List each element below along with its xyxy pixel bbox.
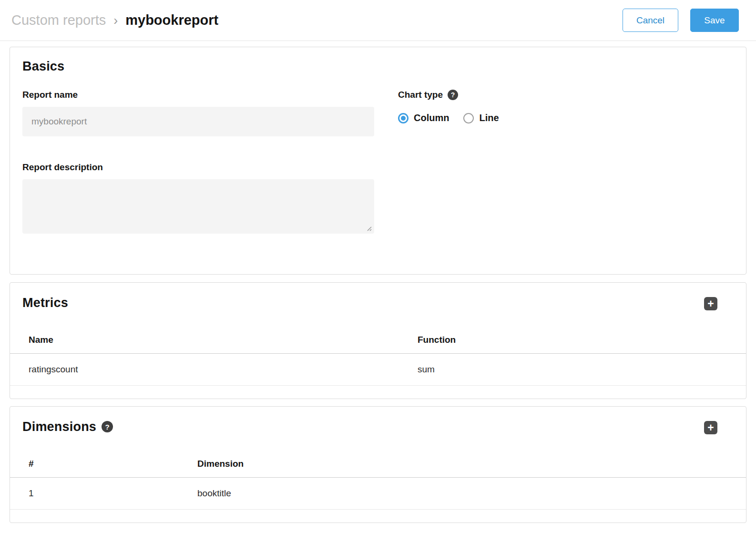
field-gap — [22, 136, 374, 162]
breadcrumb-parent-link[interactable]: Custom reports — [11, 12, 106, 28]
radio-column-label: Column — [414, 113, 449, 123]
basics-card: Basics Report name Report description Ch… — [10, 47, 746, 275]
metrics-title: Metrics — [22, 295, 68, 310]
radio-unselected-icon — [463, 113, 474, 123]
dimensions-col-dimension: Dimension — [197, 459, 746, 469]
chart-type-help-icon[interactable]: ? — [448, 90, 458, 100]
metrics-table-footer — [10, 386, 746, 399]
chart-type-option-column[interactable]: Column — [398, 113, 449, 123]
header-actions: Cancel Save — [623, 9, 746, 32]
radio-selected-icon — [398, 113, 409, 123]
chart-type-option-line[interactable]: Line — [463, 113, 499, 123]
dimensions-title-wrap: Dimensions ? — [22, 419, 113, 434]
table-row[interactable]: 1 booktitle — [10, 478, 746, 510]
dimension-name-cell: booktitle — [197, 488, 746, 499]
basics-body: Report name Report description Chart typ… — [22, 90, 734, 234]
dimension-index-cell: 1 — [29, 488, 197, 499]
report-name-input[interactable] — [22, 107, 374, 136]
metrics-table-header: Name Function — [10, 327, 746, 354]
save-button[interactable]: Save — [690, 9, 739, 32]
report-description-label: Report description — [22, 162, 374, 173]
metrics-title-wrap: Metrics — [22, 295, 68, 310]
metrics-col-name: Name — [29, 335, 418, 345]
header: Custom reports › mybookreport Cancel Sav… — [0, 0, 756, 41]
dimensions-table-header: # Dimension — [10, 451, 746, 478]
plus-icon: + — [707, 422, 714, 433]
basics-title: Basics — [22, 59, 734, 74]
dimensions-header: Dimensions ? + — [10, 407, 746, 434]
dimensions-help-icon[interactable]: ? — [102, 421, 113, 432]
chart-type-options: Column Line — [398, 113, 513, 123]
report-name-label: Report name — [22, 90, 374, 100]
metric-name-cell: ratingscount — [29, 364, 418, 375]
dimensions-card: Dimensions ? + # Dimension 1 booktitle — [10, 406, 746, 523]
table-row[interactable]: ratingscount sum — [10, 354, 746, 386]
metrics-table: Name Function ratingscount sum — [10, 327, 746, 399]
dimensions-table-footer — [10, 510, 746, 523]
resize-handle-icon[interactable] — [365, 224, 372, 231]
add-metric-button[interactable]: + — [704, 297, 717, 310]
basics-right-column: Chart type ? Column Line — [398, 90, 513, 234]
cancel-button[interactable]: Cancel — [623, 9, 678, 32]
report-description-textarea[interactable] — [22, 179, 374, 234]
breadcrumb-current: mybookreport — [125, 12, 218, 28]
chart-type-header: Chart type ? — [398, 90, 513, 100]
metrics-card: Metrics + Name Function ratingscount sum — [10, 282, 746, 399]
metric-function-cell: sum — [418, 364, 746, 375]
basics-left-column: Report name Report description — [22, 90, 374, 234]
dimensions-col-index: # — [29, 459, 197, 469]
chevron-right-icon: › — [113, 12, 118, 28]
chart-type-label: Chart type — [398, 90, 443, 100]
add-dimension-button[interactable]: + — [704, 421, 717, 434]
metrics-header: Metrics + — [10, 283, 746, 310]
dimensions-table: # Dimension 1 booktitle — [10, 451, 746, 523]
radio-line-label: Line — [479, 113, 499, 123]
metrics-col-function: Function — [418, 335, 746, 345]
plus-icon: + — [707, 298, 714, 309]
dimensions-title: Dimensions — [22, 419, 96, 434]
breadcrumb: Custom reports › mybookreport — [11, 12, 218, 28]
report-description-wrap — [22, 179, 374, 234]
